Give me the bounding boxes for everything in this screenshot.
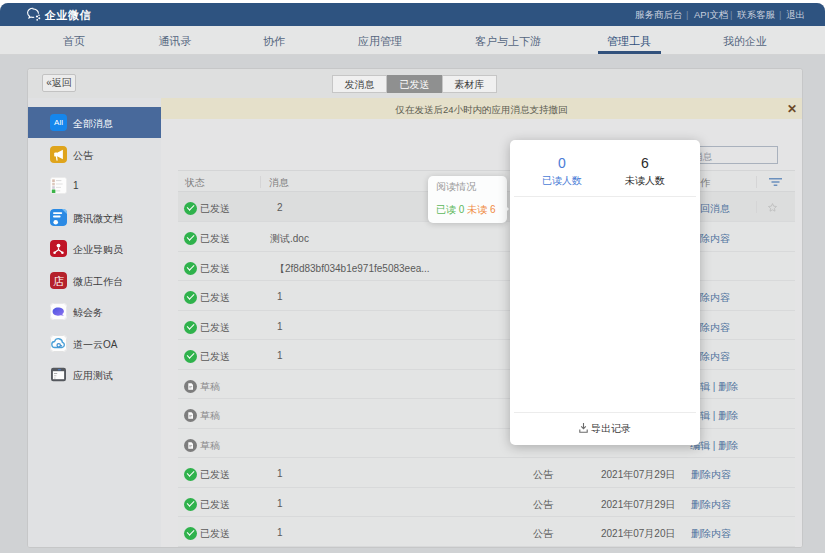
svg-text:店: 店 [53,274,64,286]
